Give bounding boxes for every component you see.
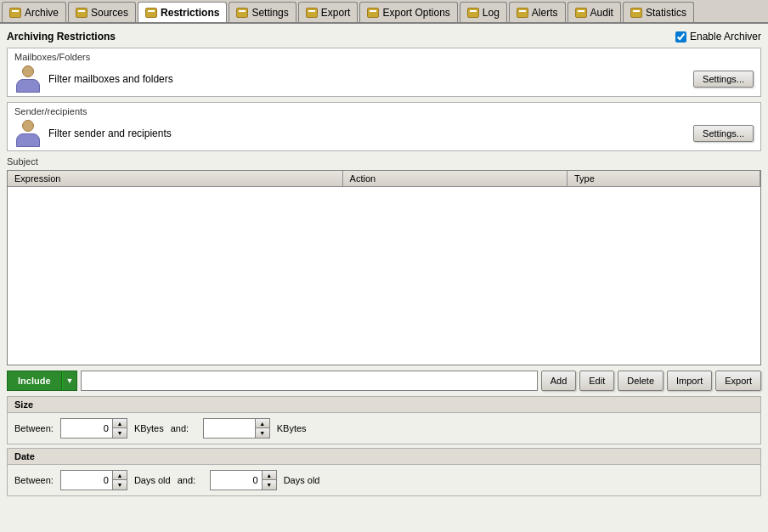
export-tab-icon — [306, 8, 318, 18]
sender-settings-button[interactable]: Settings... — [693, 125, 754, 142]
subject-section: Subject Expression Action Type — [7, 156, 761, 365]
date-unit2: Days old — [284, 475, 320, 485]
tab-settings[interactable]: Settings — [229, 2, 296, 22]
tab-log-label: Log — [483, 7, 500, 19]
date-value1-input[interactable] — [61, 471, 112, 490]
date-and-label: and: — [178, 475, 203, 485]
tab-audit[interactable]: Audit — [568, 2, 621, 22]
size-value1-spinners: ▲ ▼ — [112, 419, 127, 438]
avatar-head — [22, 65, 34, 77]
enable-archiver-group: Enable Archiver — [675, 31, 761, 42]
tab-bar: Archive Sources Restrictions Settings Ex… — [0, 0, 768, 24]
date-header: Date — [8, 449, 760, 465]
mailboxes-left: Filter mailboxes and folders — [14, 65, 173, 93]
tab-restrictions-label: Restrictions — [161, 7, 219, 19]
tab-statistics[interactable]: Statistics — [623, 2, 694, 22]
include-arrow-button[interactable]: ▼ — [62, 371, 78, 391]
import-button[interactable]: Import — [667, 371, 712, 391]
tab-export-label: Export — [321, 7, 351, 19]
date-value2-input[interactable] — [211, 471, 262, 490]
settings-tab-icon — [236, 8, 248, 18]
date-value2-up[interactable]: ▲ — [263, 471, 276, 480]
audit-tab-icon — [575, 8, 587, 18]
expression-input[interactable] — [81, 371, 537, 391]
size-value1-down[interactable]: ▼ — [113, 428, 127, 438]
tab-log[interactable]: Log — [460, 2, 507, 22]
col-action: Action — [342, 171, 567, 187]
date-section: Date Between: ▲ ▼ Days old and: ▲ ▼ Days… — [7, 448, 761, 496]
enable-archiver-label: Enable Archiver — [690, 31, 761, 42]
sender-recipients-section: Sender/recipients Filter sender and reci… — [7, 102, 761, 151]
sender-filter-label: Filter sender and recipients — [48, 127, 172, 139]
size-value2-down[interactable]: ▼ — [256, 428, 269, 438]
tab-restrictions[interactable]: Restrictions — [138, 2, 227, 22]
mailboxes-section: Mailboxes/Folders Filter mailboxes and f… — [7, 48, 761, 97]
date-value2-group: ▲ ▼ — [210, 470, 277, 490]
date-content-row: Between: ▲ ▼ Days old and: ▲ ▼ Days old — [8, 465, 760, 495]
size-unit1: KBytes — [134, 423, 164, 433]
size-unit2: KBytes — [277, 423, 307, 433]
subject-label: Subject — [7, 156, 761, 167]
date-value1-down[interactable]: ▼ — [113, 480, 127, 490]
size-value2-up[interactable]: ▲ — [256, 419, 269, 428]
tab-statistics-label: Statistics — [646, 7, 686, 19]
date-value1-up[interactable]: ▲ — [113, 471, 127, 480]
export-options-tab-icon — [367, 8, 379, 18]
sender-recipients-row: Filter sender and recipients Settings... — [14, 120, 754, 147]
restrictions-tab-icon — [145, 8, 157, 18]
sender-avatar-head — [22, 120, 34, 132]
tab-sources[interactable]: Sources — [68, 2, 136, 22]
page-title: Archiving Restrictions — [7, 31, 116, 42]
date-value1-spinners: ▲ ▼ — [112, 471, 127, 490]
include-row: Include ▼ Add Edit Delete Import Export — [7, 371, 761, 391]
size-section: Size Between: ▲ ▼ KBytes and: ▲ ▼ KBytes — [7, 396, 761, 444]
include-dropdown: Include ▼ — [7, 371, 77, 391]
main-content: Archiving Restrictions Enable Archiver M… — [0, 24, 768, 532]
tab-export-options[interactable]: Export Options — [359, 2, 457, 22]
size-value2-input[interactable] — [204, 419, 255, 438]
date-between-label: Between: — [14, 475, 54, 485]
add-button[interactable]: Add — [541, 371, 577, 391]
enable-archiver-checkbox[interactable] — [675, 31, 686, 42]
export-button[interactable]: Export — [715, 371, 761, 391]
col-expression: Expression — [8, 171, 342, 187]
date-unit1: Days old — [134, 475, 171, 485]
subject-table-container[interactable]: Expression Action Type — [7, 170, 761, 365]
date-value2-spinners: ▲ ▼ — [262, 471, 276, 490]
tab-export[interactable]: Export — [298, 2, 359, 22]
tab-export-options-label: Export Options — [382, 7, 449, 19]
size-value1-up[interactable]: ▲ — [113, 419, 127, 428]
tab-archive-label: Archive — [25, 7, 59, 19]
mailboxes-filter-label: Filter mailboxes and folders — [48, 73, 173, 85]
edit-button[interactable]: Edit — [579, 371, 614, 391]
sender-recipients-label: Sender/recipients — [14, 106, 754, 116]
size-value1-group: ▲ ▼ — [60, 418, 127, 439]
sender-avatar-shoulder — [16, 133, 40, 147]
col-type: Type — [567, 171, 760, 187]
size-between-label: Between: — [14, 423, 54, 433]
tab-alerts[interactable]: Alerts — [509, 2, 566, 22]
include-button[interactable]: Include — [7, 371, 62, 391]
mailboxes-row: Filter mailboxes and folders Settings... — [14, 65, 754, 93]
tab-settings-label: Settings — [251, 7, 288, 19]
tab-sources-label: Sources — [91, 7, 128, 19]
archiving-restrictions-header: Archiving Restrictions Enable Archiver — [7, 31, 761, 42]
size-value2-spinners: ▲ ▼ — [255, 419, 269, 438]
date-value2-down[interactable]: ▼ — [263, 480, 276, 490]
sender-recipients-left: Filter sender and recipients — [14, 120, 172, 147]
size-content-row: Between: ▲ ▼ KBytes and: ▲ ▼ KBytes — [8, 413, 760, 444]
archive-tab-icon — [9, 8, 21, 18]
size-value1-input[interactable] — [61, 419, 112, 438]
tab-archive[interactable]: Archive — [2, 2, 66, 22]
sender-avatar — [14, 120, 42, 147]
sources-tab-icon — [76, 8, 88, 18]
log-tab-icon — [467, 8, 479, 18]
size-header: Size — [8, 397, 760, 413]
mailboxes-settings-button[interactable]: Settings... — [693, 71, 754, 88]
mailboxes-avatar — [14, 65, 42, 93]
size-and-label: and: — [171, 423, 196, 433]
delete-button[interactable]: Delete — [618, 371, 664, 391]
subject-table-header-row: Expression Action Type — [8, 171, 760, 187]
tab-alerts-label: Alerts — [532, 7, 558, 19]
avatar-shoulder — [16, 79, 40, 93]
